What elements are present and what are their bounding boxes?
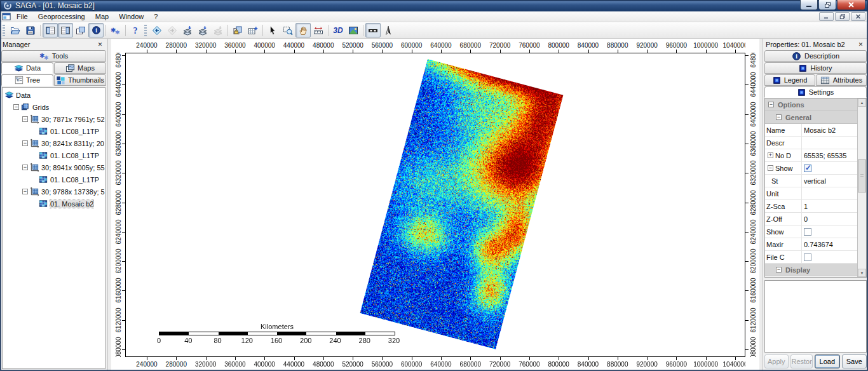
menu-item-map[interactable]: Map: [90, 12, 114, 21]
scroll-thumb[interactable]: [858, 159, 866, 192]
tree-item-01-lc08-l1tp[interactable]: 01. LC08_L1TP: [3, 149, 105, 161]
settings-value[interactable]: vertical: [802, 177, 857, 185]
row-expander[interactable]: −: [768, 165, 773, 171]
map-canvas[interactable]: Kilometers 04080120160200240280320: [125, 53, 745, 357]
menu-item-window[interactable]: Window: [114, 12, 149, 21]
tab-tree[interactable]: Tree: [1, 74, 53, 86]
properties-close-icon[interactable]: ✕: [856, 40, 865, 49]
open-tool-button[interactable]: ✱✱: [108, 23, 123, 37]
tab-tools[interactable]: ✱✱ Tools: [1, 50, 106, 62]
save-map-image-button[interactable]: [346, 23, 361, 37]
settings-checkbox[interactable]: [804, 253, 811, 261]
settings-section-options[interactable]: −Options: [765, 98, 857, 111]
show-data-source-button[interactable]: [73, 23, 88, 37]
tree-item-01-mosaic-b2[interactable]: 01. Mosaic b2: [3, 198, 105, 210]
settings-row-st[interactable]: Stvertical: [765, 175, 857, 187]
section-expander[interactable]: −: [776, 267, 782, 273]
settings-row-maxir[interactable]: Maxir0.743674: [765, 238, 857, 251]
settings-scrollbar[interactable]: ▲ ▼: [857, 98, 866, 277]
show-properties-button[interactable]: [58, 23, 73, 37]
tab-legend[interactable]: Legend: [764, 74, 815, 86]
tree-expander[interactable]: −: [22, 189, 28, 194]
scroll-down-icon[interactable]: ▼: [858, 269, 866, 277]
section-expander[interactable]: −: [776, 114, 782, 120]
zoom-mode-button[interactable]: [280, 23, 295, 37]
settings-value[interactable]: Mosaic b2: [802, 126, 857, 134]
child-restore-button[interactable]: [835, 12, 850, 21]
duplicate-map-button[interactable]: [230, 23, 245, 37]
restore-button[interactable]: [818, 0, 836, 10]
settings-value[interactable]: [802, 253, 857, 261]
save-button[interactable]: [23, 23, 38, 37]
save-grid-button[interactable]: [210, 23, 226, 37]
tab-attributes[interactable]: Attributes: [816, 74, 867, 86]
tab-description[interactable]: i Description: [764, 50, 867, 62]
tree-item-30-8241x-8311y-20[interactable]: −30; 8241x 8311y; 20: [3, 137, 105, 149]
help-button[interactable]: ?: [128, 23, 143, 37]
settings-row-z-off[interactable]: Z-Off0: [765, 213, 857, 226]
tab-history[interactable]: History: [764, 62, 867, 74]
tree-item-01-lc08-l1tp[interactable]: 01. LC08_L1TP: [3, 125, 105, 137]
tab-data[interactable]: Data: [1, 62, 53, 74]
settings-value[interactable]: 1: [802, 203, 857, 210]
tree-item-grids[interactable]: −Grids: [3, 101, 105, 113]
settings-value[interactable]: [802, 165, 857, 172]
settings-value[interactable]: 0.743674: [802, 241, 857, 248]
settings-row-file-c[interactable]: File C: [765, 251, 857, 264]
settings-row-no-d[interactable]: +No D65535; 65535: [765, 149, 857, 162]
scroll-up-icon[interactable]: ▲: [858, 98, 866, 107]
tree-item-30-7871x-7961y-52[interactable]: −30; 7871x 7961y; 52: [3, 113, 105, 125]
menu-item-item[interactable]: ?: [149, 12, 163, 21]
tree-item-01-lc08-l1tp[interactable]: 01. LC08_L1TP: [3, 173, 105, 186]
menu-item-file[interactable]: File: [11, 12, 33, 21]
open-file-button[interactable]: [8, 23, 23, 37]
zoom-next-button[interactable]: [165, 23, 180, 37]
measure-button[interactable]: [311, 23, 326, 37]
settings-value[interactable]: 0: [802, 215, 857, 223]
view-3d-button[interactable]: 3D: [330, 23, 346, 37]
load-button[interactable]: Load: [815, 354, 839, 368]
close-button[interactable]: [837, 0, 865, 10]
tree-expander[interactable]: −: [22, 116, 28, 122]
load-grid-alt-button[interactable]: [195, 23, 210, 37]
restore-button[interactable]: Restore: [790, 354, 813, 368]
settings-row-unit[interactable]: Unit: [765, 187, 857, 200]
add-grid-button[interactable]: [245, 23, 261, 37]
minimize-button[interactable]: [800, 0, 818, 10]
settings-checkbox[interactable]: [804, 228, 811, 236]
select-cursor-button[interactable]: [265, 23, 280, 37]
section-expander[interactable]: −: [768, 102, 774, 107]
tree-expander[interactable]: −: [13, 104, 19, 110]
mosaic-raster[interactable]: [360, 59, 564, 349]
settings-row-show[interactable]: −Show: [765, 162, 857, 175]
settings-checkbox[interactable]: [804, 165, 811, 172]
child-minimize-button[interactable]: [819, 12, 834, 21]
tab-maps[interactable]: Maps: [54, 62, 106, 74]
settings-row-z-sca[interactable]: Z-Sca1: [765, 200, 857, 213]
tree-item-30-9788x-13738y-5[interactable]: −30; 9788x 13738y; 5: [3, 186, 105, 198]
settings-row-name[interactable]: NameMosaic b2: [765, 124, 857, 137]
settings-value[interactable]: [802, 228, 857, 236]
load-grid-button[interactable]: [180, 23, 195, 37]
child-close-button[interactable]: [851, 12, 865, 21]
zoom-previous-button[interactable]: [149, 23, 165, 37]
pan-mode-button[interactable]: [295, 23, 311, 37]
settings-row-show[interactable]: Show: [765, 226, 857, 238]
north-arrow-button[interactable]: [381, 23, 396, 37]
show-object-properties-button[interactable]: i: [88, 23, 104, 37]
tree-expander[interactable]: −: [22, 165, 28, 170]
manager-close-icon[interactable]: ✕: [95, 40, 105, 49]
tree-item-30-8941x-9005y-55[interactable]: −30; 8941x 9005y; 55: [3, 161, 105, 173]
row-expander[interactable]: +: [768, 152, 773, 158]
settings-value[interactable]: 65535; 65535: [802, 152, 857, 159]
raster-layer[interactable]: [360, 59, 564, 349]
tree-expander[interactable]: −: [22, 140, 28, 146]
menu-item-geoprocessing[interactable]: Geoprocessing: [33, 12, 90, 21]
show-scalebar-button[interactable]: [365, 23, 381, 37]
apply-button[interactable]: Apply: [764, 354, 789, 368]
tab-settings[interactable]: Settings: [764, 86, 867, 98]
tree-item-data[interactable]: Data: [3, 89, 105, 101]
settings-section-general[interactable]: −General: [765, 111, 857, 124]
save-button[interactable]: Save: [842, 354, 867, 368]
show-manager-button[interactable]: [43, 23, 58, 37]
